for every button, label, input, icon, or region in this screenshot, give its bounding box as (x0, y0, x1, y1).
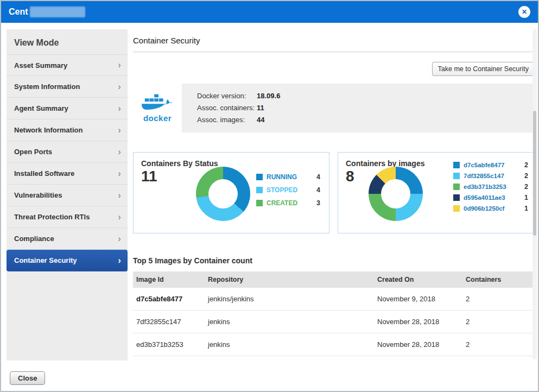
sidebar-item-threat-protection-rtis[interactable]: Threat Protection RTIs› (7, 206, 128, 228)
table-cell: jenkins/jenkins (205, 288, 374, 311)
docker-info-label: Assoc. containers: (197, 102, 257, 114)
scrollbar-thumb[interactable] (533, 111, 536, 236)
sidebar-item-label: Installed Software (14, 169, 74, 178)
sidebar-item-label: Asset Summary (14, 61, 67, 69)
legend-swatch-icon (256, 187, 263, 193)
dialog-title: Cent (9, 7, 28, 17)
scrollbar[interactable] (532, 29, 537, 359)
sidebar-item-system-information[interactable]: System Information› (7, 76, 128, 98)
sidebar-item-installed-software[interactable]: Installed Software› (7, 163, 128, 185)
docker-info-value: 44 (257, 114, 264, 126)
docker-info-row: Assoc. containers:11 (197, 102, 280, 114)
images-donut-chart (369, 167, 423, 221)
table-title: Top 5 Images by Container count (133, 256, 535, 265)
sidebar-list: Asset Summary›System Information›Agent S… (7, 54, 128, 271)
docker-info-value: 18.09.6 (257, 90, 280, 102)
docker-info-row: Docker version:18.09.6 (197, 90, 280, 102)
chevron-right-icon: › (118, 60, 121, 71)
donut-hole (381, 179, 410, 208)
legend-swatch-icon (453, 162, 460, 168)
sidebar-item-network-information[interactable]: Network Information› (7, 119, 128, 141)
legend-item: ed3b371b32532 (453, 183, 528, 191)
legend-label: d7c5abfe8477 (464, 162, 504, 168)
table-cell: 2 (462, 288, 535, 311)
sidebar-item-label: Open Ports (14, 148, 52, 156)
sidebar-item-agent-summary[interactable]: Agent Summary› (7, 98, 128, 119)
legend-count: 4 (316, 173, 320, 181)
page-title: Container Security (133, 28, 535, 52)
chevron-right-icon: › (118, 255, 121, 266)
docker-info-value: 11 (257, 102, 264, 114)
containers-by-images-card: Containers by images 8 d7c5abfe847727df3… (338, 152, 534, 233)
sidebar-item-container-security[interactable]: Container Security› (7, 250, 128, 271)
chart-title: Containers By Status (141, 159, 218, 168)
legend-item: RUNNING4 (256, 173, 320, 181)
legend-count: 2 (524, 161, 528, 169)
docker-whale-icon (142, 94, 173, 112)
legend-label: d595a4011ae3 (464, 194, 505, 201)
legend-item: d7c5abfe84772 (453, 161, 528, 169)
table-cell: November 9, 2018 (374, 288, 462, 311)
containers-by-status-card: Containers By Status 11 RUNNING4STOPPED4… (133, 152, 329, 233)
chevron-right-icon: › (118, 190, 121, 201)
legend-item: STOPPED4 (256, 186, 320, 194)
chart-total: 11 (141, 168, 157, 185)
chart-legend: RUNNING4STOPPED4CREATED3 (256, 173, 320, 207)
table-cell: 7df32855c147 (133, 311, 205, 333)
legend-label: ed3b371b3253 (464, 184, 506, 190)
chevron-right-icon: › (118, 81, 121, 92)
chevron-right-icon: › (118, 125, 121, 136)
chevron-right-icon: › (118, 168, 121, 179)
column-header: Image Id (133, 271, 205, 288)
chevron-right-icon: › (118, 212, 121, 223)
sidebar-item-label: Threat Protection RTIs (14, 213, 90, 221)
top-images-table: Image IdRepositoryCreated OnContainers d… (133, 271, 535, 356)
dialog-titlebar: Cent ✕ (1, 1, 538, 23)
legend-swatch-icon (256, 200, 263, 206)
table-cell: jenkins (205, 333, 374, 356)
sidebar-item-label: System Information (14, 83, 80, 91)
legend-count: 2 (524, 183, 528, 191)
table-cell: 2 (462, 333, 535, 356)
sidebar-header: View Mode (7, 29, 128, 54)
sidebar-item-compliance[interactable]: Compliance› (7, 228, 128, 250)
legend-swatch-icon (453, 173, 460, 179)
docker-info-row: Assoc. images:44 (197, 114, 280, 126)
take-me-to-container-security-button[interactable]: Take me to Container Security (432, 62, 535, 76)
docker-info-label: Assoc. images: (197, 114, 257, 126)
docker-info-label: Docker version: (197, 90, 257, 102)
legend-item: 7df32855c1472 (453, 172, 528, 180)
sidebar-item-asset-summary[interactable]: Asset Summary› (7, 54, 128, 76)
legend-label: STOPPED (267, 186, 297, 194)
close-button[interactable]: Close (10, 371, 45, 385)
legend-count: 1 (524, 194, 528, 201)
sidebar-item-label: Vulnerabilities (14, 191, 62, 199)
sidebar-item-label: Compliance (14, 235, 54, 243)
table-body: d7c5abfe8477jenkins/jenkinsNovember 9, 2… (133, 288, 535, 356)
title-redaction (30, 7, 85, 17)
main-panel: Container Security Take me to Container … (133, 28, 535, 356)
table-row: 7df32855c147jenkinsNovember 28, 20182 (133, 311, 535, 333)
chart-title: Containers by images (346, 159, 425, 168)
sidebar-item-label: Agent Summary (14, 104, 68, 112)
legend-count: 4 (316, 186, 320, 194)
chart-total: 8 (346, 168, 354, 185)
sidebar-item-vulnerabilities[interactable]: Vulnerabilities› (7, 185, 128, 206)
table-row: ed3b371b3253jenkinsNovember 28, 20182 (133, 333, 535, 356)
table-header-row: Image IdRepositoryCreated OnContainers (133, 271, 535, 288)
docker-logo: docker (133, 84, 182, 132)
legend-label: CREATED (267, 199, 297, 207)
legend-swatch-icon (256, 174, 263, 180)
legend-item: CREATED3 (256, 199, 320, 207)
legend-item: d595a4011ae31 (453, 194, 528, 201)
column-header: Repository (205, 271, 374, 288)
dialog-close-icon[interactable]: ✕ (518, 6, 530, 18)
docker-summary-panel: docker Docker version:18.09.6Assoc. cont… (133, 84, 535, 132)
sidebar-item-open-ports[interactable]: Open Ports› (7, 141, 128, 163)
dialog-window: Cent ✕ View Mode Asset Summary›System In… (0, 0, 539, 392)
legend-label: RUNNING (267, 173, 297, 181)
column-header: Containers (462, 271, 535, 288)
chevron-right-icon: › (118, 147, 121, 157)
legend-item: 0d906b1250cf1 (453, 205, 528, 212)
sidebar-item-label: Container Security (14, 256, 77, 264)
